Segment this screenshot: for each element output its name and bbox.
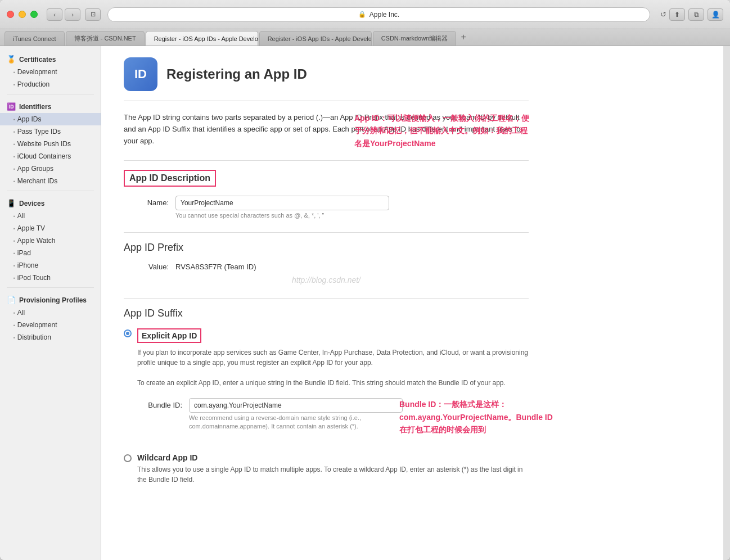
bundle-id-input[interactable] [189,398,403,413]
value-text: RVSA8S3F7R (Team ID) [175,263,256,271]
id-icon: 🆔 [7,102,16,111]
share-button[interactable]: ⬆ [669,8,685,21]
sidebar-item-ipad[interactable]: iPad [0,247,101,259]
wildcard-app-id-title: Wildcard App ID [137,453,529,462]
url-text: Apple Inc. [369,11,399,19]
section-divider-1 [124,160,529,161]
sidebar-item-ipod-touch[interactable]: iPod Touch [0,272,101,284]
maximize-button[interactable] [30,11,38,18]
sidebar-item-apple-tv[interactable]: Apple TV [0,222,101,234]
section-divider-2 [124,232,529,233]
description-section: The App ID string contains two parts sep… [124,112,529,147]
app-id-suffix-title: App ID Suffix [124,308,529,319]
wildcard-app-id-content: Wildcard App ID This allows you to use a… [137,453,529,485]
explicit-app-id-content: Explicit App ID If you plan to incorpora… [137,328,529,434]
wildcard-desc: This allows you to use a single App ID t… [137,464,529,485]
back-button[interactable]: ‹ [47,8,62,21]
sidebar-item-development-profile[interactable]: Development [0,319,101,331]
sidebar-item-merchant-ids[interactable]: Merchant IDs [0,175,101,187]
certificates-label: Certificates [19,56,56,64]
navigation-buttons: ‹ › [47,8,80,21]
devices-label: Devices [19,200,44,207]
provisioning-label: Provisioning Profiles [19,296,87,304]
tab-register-2[interactable]: Register - iOS App IDs - Apple Developer [259,31,372,46]
page-header: ID Registering an App ID [124,57,529,101]
sidebar-item-iphone[interactable]: iPhone [0,259,101,272]
app-id-description-title: App ID Description [124,170,216,187]
name-input[interactable] [175,196,389,210]
sidebar-item-development-cert[interactable]: Development [0,66,101,78]
sidebar-devices-section: 📱 Devices [0,195,101,210]
traffic-lights [7,11,38,18]
certificate-icon: 🏅 [7,55,16,64]
toolbar-right: ⬆ ⧉ 👤 [669,8,723,21]
sidebar-divider-2 [7,191,94,191]
window-mode-button[interactable]: ⊡ [85,8,101,21]
sidebar-item-all-profiles[interactable]: All [0,306,101,319]
titlebar: ‹ › ⊡ 🔒 Apple Inc. ↺ ⬆ ⧉ 👤 [0,0,730,29]
new-tab-button[interactable]: + [457,31,470,43]
browser-window: ‹ › ⊡ 🔒 Apple Inc. ↺ ⬆ ⧉ 👤 iTunes Connec… [0,0,730,560]
identifiers-label: Identifiers [19,103,51,111]
bundle-id-annotation: Bundle ID：一般格式是这样：com.ayang.YourProjectN… [399,398,557,436]
lock-icon: 🔒 [358,11,366,18]
value-row: Value: RVSA8S3F7R (Team ID) [124,263,529,271]
app-id-prefix-section: App ID Prefix Value: RVSA8S3F7R (Team ID… [124,242,529,284]
browser-content: 🏅 Certificates Development Production 🆔 … [0,46,730,560]
tab-bar: iTunes Connect 博客拆道 - CSDN.NET Register … [0,29,730,46]
explicit-desc-1: If you plan to incorporate app services … [137,347,529,368]
sidebar-item-pass-type-ids[interactable]: Pass Type IDs [0,125,101,138]
value-label: Value: [124,263,169,271]
app-id-description-section: App ID Description Name: You cannot use … [124,170,529,219]
sidebar-divider-3 [7,287,94,288]
explicit-app-id-option: Explicit App ID If you plan to incorpora… [124,328,529,434]
app-id-prefix-title: App ID Prefix [124,242,529,254]
provisioning-icon: 📄 [7,296,16,304]
forward-button[interactable]: › [65,8,80,21]
minimize-button[interactable] [19,11,26,18]
app-id-suffix-section: App ID Suffix Explicit App ID If you pla… [124,308,529,485]
bundle-id-section: Bundle ID: We recommend using a reverse-… [137,398,529,430]
sidebar-item-app-ids[interactable]: App IDs [0,113,101,125]
sidebar-item-apple-watch[interactable]: Apple Watch [0,234,101,247]
close-button[interactable] [7,11,14,18]
content-inner: ID Registering an App ID The App ID stri… [101,46,551,509]
explicit-desc-2: To create an explicit App ID, enter a un… [137,378,529,388]
tab-itunes-connect[interactable]: iTunes Connect [4,31,65,46]
tabs-button[interactable]: ⧉ [688,8,704,21]
name-field-wrap: You cannot use special characters such a… [175,196,529,219]
device-icon: 📱 [7,199,16,207]
section-divider-3 [124,298,529,299]
explicit-radio-button[interactable] [124,329,132,337]
tab-csdn[interactable]: 博客拆道 - CSDN.NET [66,31,145,46]
sidebar-item-app-groups[interactable]: App Groups [0,162,101,175]
sidebar-item-all-devices[interactable]: All [0,210,101,222]
sidebar-identifiers-section: 🆔 Identifiers [0,98,101,113]
wildcard-app-id-option: Wildcard App ID This allows you to use a… [124,453,529,485]
sidebar-item-distribution-profile[interactable]: Distribution [0,331,101,344]
sidebar-certificates-section: 🏅 Certificates [0,51,101,66]
page-scroll-area[interactable]: ID Registering an App ID The App ID stri… [101,46,723,560]
tab-markdown[interactable]: CSDN-markdown编辑器 [373,31,457,46]
profile-button[interactable]: 👤 [708,8,723,21]
sidebar-item-website-push-ids[interactable]: Website Push IDs [0,138,101,150]
watermark: http://blog.csdn.net/ [124,276,529,284]
name-form-row: Name: You cannot use special characters … [124,196,529,219]
page-title: Registering an App ID [166,66,307,82]
reload-button[interactable]: ↺ [657,8,669,21]
tab-register-active[interactable]: Register - iOS App IDs - Apple Developer [146,31,258,46]
app-id-icon: ID [124,57,157,91]
sidebar: 🏅 Certificates Development Production 🆔 … [0,46,101,560]
name-label: Name: [124,196,169,207]
sidebar-item-production-cert[interactable]: Production [0,78,101,91]
bundle-id-label: Bundle ID: [137,398,182,409]
sidebar-item-icloud-containers[interactable]: iCloud Containers [0,150,101,162]
wildcard-radio-button[interactable] [124,454,132,462]
sidebar-divider-1 [7,94,94,94]
scrollbar[interactable] [723,46,730,560]
sidebar-provisioning-section: 📄 Provisioning Profiles [0,291,101,306]
name-hint: You cannot use special characters such a… [175,212,529,219]
url-bar[interactable]: 🔒 Apple Inc. [107,7,650,22]
explicit-app-id-title: Explicit App ID [142,331,197,340]
app-id-annotation: App ID：可以随便输入，一般输入你的工程名；便于分辨和记忆，但不能输入中文。… [354,112,534,150]
